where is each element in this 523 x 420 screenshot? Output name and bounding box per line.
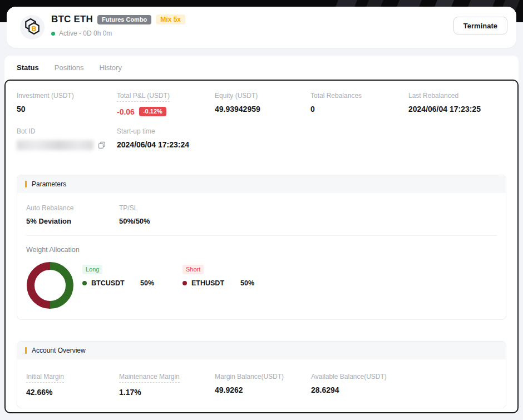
active-status-text: Active - 0D 0h 0m (59, 29, 112, 37)
weight-allocation-chart-row: Long BTCUSDT 50% Short ETHUSDT 50% (26, 261, 497, 309)
field-available-balance: Available Balance(USDT) 28.6294 (311, 373, 497, 397)
leverage-badge: Mix 5x (156, 14, 185, 24)
parameters-header: Parameters (17, 175, 506, 193)
param-value: 50%/50% (119, 217, 497, 225)
weight-allocation-title: Weight Allocation (26, 246, 497, 254)
param-label: TP/SL (119, 204, 497, 212)
stat-value: 49.93942959 (215, 105, 310, 113)
field-initial-margin: Initial Margin 42.66% (26, 373, 119, 397)
pnl-value: -0.06 (117, 107, 135, 116)
stat-total-pnl: Total P&L (USDT) -0.06 -0.12% (117, 92, 215, 116)
stat-label: Last Rebalanced (408, 92, 512, 100)
stat-value: 0 (310, 105, 408, 113)
section-accent-bar (25, 181, 27, 187)
param-tp-sl: TP/SL 50%/50% (119, 204, 497, 225)
stat-startup-time: Start-up time 2024/06/04 17:23:24 (117, 127, 512, 150)
legend-symbol: BTCUSDT (91, 279, 140, 287)
param-auto-rebalance: Auto Rebalance 5% Deviation (26, 204, 119, 225)
field-label: Maintenance Margin (119, 373, 180, 383)
field-value: 28.6294 (311, 386, 497, 394)
field-margin-balance: Margin Balance(USDT) 49.9262 (215, 373, 311, 397)
legend-symbol: ETHUSDT (191, 279, 240, 287)
status-panel: Investment (USDT) 50 Total P&L (USDT) -0… (4, 80, 519, 413)
bot-detail-card: Status Positions History Investment (USD… (4, 56, 519, 413)
stat-total-rebalances: Total Rebalances 0 (310, 92, 408, 116)
stat-value: 50 (17, 105, 117, 113)
legend-dot-ethusdt (182, 281, 187, 285)
section-title: Parameters (32, 180, 66, 188)
stat-label: Bot ID (17, 127, 117, 135)
terminate-button[interactable]: Terminate (453, 17, 507, 34)
stat-value: 2024/06/04 17:23:25 (408, 105, 512, 113)
stat-equity: Equity (USDT) 49.93942959 (215, 92, 310, 116)
legend-dot-btcusdt (82, 281, 87, 285)
field-label: Initial Margin (26, 373, 64, 383)
active-status-dot (51, 32, 55, 36)
stats-row-1: Investment (USDT) 50 Total P&L (USDT) -0… (6, 81, 517, 116)
field-value: 1.17% (119, 388, 215, 397)
legend-weight: 50% (140, 279, 154, 287)
legend-weight: 50% (240, 279, 254, 287)
stat-investment: Investment (USDT) 50 (17, 92, 117, 116)
short-badge: Short (182, 265, 204, 274)
stat-label: Total P&L (USDT) (117, 92, 170, 102)
legend-short: Short ETHUSDT 50% (182, 264, 283, 287)
stat-label: Total Rebalances (310, 92, 408, 100)
field-label: Margin Balance(USDT) (215, 373, 311, 381)
pnl-percent-badge: -0.12% (139, 107, 166, 116)
stat-label: Investment (USDT) (17, 92, 117, 100)
section-divider (26, 235, 497, 236)
stats-row-2: Bot ID Start-up time 2024/06/04 17:23:24 (6, 116, 517, 150)
legend-long: Long BTCUSDT 50% (82, 264, 182, 287)
param-label: Auto Rebalance (26, 204, 119, 212)
donut-legend: Long BTCUSDT 50% Short ETHUSDT 50% (82, 264, 283, 287)
bot-id-redacted-value (17, 140, 93, 150)
section-title: Account Overview (32, 347, 86, 354)
field-label: Available Balance(USDT) (311, 373, 497, 381)
account-overview-section: Account Overview Initial Margin 42.66% M… (17, 341, 506, 408)
bot-header-card: B BTC ETH Futures Combo Mix 5x Active - … (7, 7, 516, 48)
bot-title: BTC ETH (51, 14, 93, 25)
field-maintenance-margin: Maintenance Margin 1.17% (119, 373, 215, 397)
field-value: 49.9262 (215, 386, 311, 394)
stat-value: 2024/06/04 17:23:24 (117, 140, 512, 149)
stat-bot-id: Bot ID (17, 127, 117, 150)
copy-icon[interactable] (98, 141, 106, 149)
stat-last-rebalanced: Last Rebalanced 2024/06/04 17:23:25 (408, 92, 512, 116)
hexagon-bitcoin-icon: B (20, 15, 45, 39)
section-accent-bar (25, 347, 27, 354)
account-overview-header: Account Overview (17, 342, 506, 359)
bot-type-badge: Futures Combo (97, 15, 151, 24)
tab-history[interactable]: History (99, 63, 121, 72)
field-value: 42.66% (26, 388, 119, 397)
long-badge: Long (82, 265, 102, 274)
parameters-section: Parameters Auto Rebalance 5% Deviation T… (17, 175, 506, 320)
tab-positions[interactable]: Positions (55, 63, 84, 72)
bot-avatar: B (20, 15, 45, 39)
param-value: 5% Deviation (26, 217, 119, 225)
tab-bar: Status Positions History (4, 56, 519, 80)
svg-text:B: B (31, 24, 37, 33)
weight-allocation-donut-chart (26, 261, 74, 309)
stat-label: Equity (USDT) (215, 92, 310, 100)
tab-status[interactable]: Status (17, 63, 39, 72)
stat-label: Start-up time (117, 127, 512, 135)
account-overview-fields: Initial Margin 42.66% Maintenance Margin… (17, 359, 506, 408)
parameters-fields: Auto Rebalance 5% Deviation TP/SL 50%/50… (17, 193, 506, 225)
